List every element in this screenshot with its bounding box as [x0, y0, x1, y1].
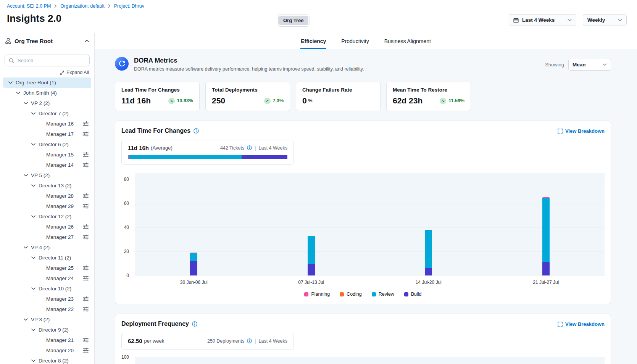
tree-row[interactable]: VP 5 (2) — [3, 170, 91, 180]
bar-group[interactable] — [308, 179, 315, 275]
sliders-icon[interactable] — [83, 132, 89, 137]
lead-time-view-breakdown-link[interactable]: View Breakdown — [558, 128, 605, 134]
chevron-down-icon[interactable] — [31, 287, 36, 290]
chevron-down-icon[interactable] — [31, 184, 36, 187]
bar-group[interactable] — [542, 179, 550, 275]
tree-row[interactable]: Director 13 (2) — [3, 180, 91, 191]
tree-row[interactable]: Director 9 (2) — [3, 325, 91, 335]
chevron-down-icon[interactable] — [31, 359, 36, 362]
chevron-down-icon[interactable] — [31, 329, 36, 331]
sliders-icon[interactable] — [83, 204, 89, 209]
tree-row[interactable]: Manager 29 — [3, 201, 91, 211]
sliders-icon[interactable] — [83, 152, 89, 157]
y-tick-label: 80 — [124, 177, 129, 182]
chevron-down-icon[interactable] — [31, 112, 36, 115]
bar-group[interactable] — [190, 179, 197, 275]
tree-row[interactable]: Manager 16 — [3, 119, 91, 129]
sliders-icon[interactable] — [83, 296, 89, 301]
sliders-icon[interactable] — [83, 276, 89, 281]
tree-row[interactable]: Manager 25 — [3, 263, 91, 273]
chevron-up-icon[interactable] — [85, 40, 89, 42]
tab-business-alignment[interactable]: Business Alignment — [384, 33, 431, 49]
sliders-icon[interactable] — [83, 338, 89, 343]
bar-segment-build[interactable] — [425, 268, 432, 275]
tree-row[interactable]: Director 10 (2) — [3, 283, 91, 294]
sidebar-header[interactable]: Org Tree Root — [0, 33, 94, 49]
chevron-down-icon[interactable] — [24, 102, 29, 105]
expand-all-button[interactable]: Expand All — [5, 70, 89, 75]
legend-item-review[interactable]: Review — [372, 292, 394, 297]
tree-row[interactable]: Director 11 (2) — [3, 253, 91, 263]
tree-row[interactable]: Manager 26 — [3, 222, 91, 232]
tab-productivity[interactable]: Productivity — [341, 33, 369, 49]
tab-efficiency[interactable]: Efficiency — [300, 33, 326, 49]
legend-item-planning[interactable]: Planning — [304, 292, 330, 297]
info-icon[interactable] — [194, 128, 199, 134]
tree-row[interactable]: John Smith (4) — [3, 88, 91, 98]
breadcrumb-account-link[interactable]: Account: SEI 2.0 PM — [7, 3, 51, 9]
metric-card-mean-time-to-restore[interactable]: Mean Time To Restore 62d 23h ↘ 11.59% — [386, 82, 471, 111]
tree-row[interactable]: Manager 24 — [3, 273, 91, 283]
tree-row[interactable]: Manager 23 — [3, 294, 91, 304]
tree-row[interactable]: Org Tree Root (1) — [3, 77, 91, 88]
metric-card-change-failure-rate[interactable]: Change Failure Rate 0 % — [296, 82, 381, 111]
deployment-view-breakdown-link[interactable]: View Breakdown — [558, 321, 605, 327]
org-tree-button-label: Org Tree — [278, 16, 308, 25]
legend-item-build[interactable]: Build — [404, 292, 422, 297]
bar-segment-review[interactable] — [425, 230, 432, 267]
metric-card-total-deployments[interactable]: Total Deployments 250 ↗ 7.3% — [205, 82, 290, 111]
metric-card-lead-time[interactable]: Lead Time For Changes 11d 16h ↘ 13.93% — [115, 82, 200, 111]
tree-row[interactable]: Director 8 (2) — [3, 356, 91, 364]
tree-row[interactable]: Manager 21 — [3, 335, 91, 345]
bar-segment-build[interactable] — [190, 261, 197, 275]
org-tree-button[interactable]: Org Tree — [277, 14, 310, 27]
date-range-select[interactable]: Last 4 Weeks — [509, 14, 576, 26]
tree-row[interactable]: Director 12 (2) — [3, 211, 91, 222]
tree-row[interactable]: Manager 27 — [3, 232, 91, 242]
chevron-down-icon[interactable] — [31, 256, 36, 259]
tree-row[interactable]: Director 7 (2) — [3, 108, 91, 119]
breadcrumb-organization-link[interactable]: Organization: default — [60, 3, 104, 9]
tree-row[interactable]: VP 3 (2) — [3, 314, 91, 325]
legend-item-coding[interactable]: Coding — [340, 292, 362, 297]
tree-row[interactable]: Manager 20 — [3, 345, 91, 356]
tree-row[interactable]: Manager 28 — [3, 191, 91, 201]
showing-select[interactable]: Mean — [568, 59, 611, 71]
info-icon[interactable] — [247, 338, 252, 343]
tree-row[interactable]: Director 6 (2) — [3, 139, 91, 150]
bar-segment-build[interactable] — [308, 264, 315, 275]
chevron-down-icon[interactable] — [24, 318, 29, 321]
search-input[interactable] — [5, 55, 90, 66]
info-icon[interactable] — [192, 321, 197, 327]
sliders-icon[interactable] — [83, 163, 89, 168]
tree-row[interactable]: Manager 17 — [3, 129, 91, 139]
sliders-icon[interactable] — [83, 121, 89, 126]
info-icon[interactable] — [247, 145, 252, 150]
sliders-icon[interactable] — [83, 348, 89, 353]
bar-segment-review[interactable] — [308, 236, 315, 264]
tree-row[interactable]: VP 4 (2) — [3, 242, 91, 253]
chevron-down-icon[interactable] — [31, 143, 36, 146]
progress-segment-build — [242, 155, 287, 159]
chevron-down-icon[interactable] — [31, 215, 36, 218]
chevron-down-icon[interactable] — [24, 246, 29, 249]
tree-row[interactable]: Manager 15 — [3, 150, 91, 160]
chevron-down-icon[interactable] — [8, 81, 13, 84]
tree-node-label: Manager 27 — [46, 234, 81, 240]
breadcrumb-project-link[interactable]: Project: Dhruv — [114, 3, 144, 9]
bar-segment-review[interactable] — [542, 198, 550, 262]
sliders-icon[interactable] — [83, 224, 89, 229]
sliders-icon[interactable] — [83, 235, 89, 240]
bar-segment-build[interactable] — [542, 262, 550, 275]
bar-segment-review[interactable] — [190, 253, 197, 261]
chevron-down-icon[interactable] — [24, 174, 29, 177]
sliders-icon[interactable] — [83, 193, 89, 198]
sliders-icon[interactable] — [83, 307, 89, 312]
sliders-icon[interactable] — [83, 266, 89, 271]
bar-group[interactable] — [425, 179, 432, 275]
tree-row[interactable]: Manager 22 — [3, 304, 91, 314]
tree-row[interactable]: Manager 14 — [3, 160, 91, 170]
chevron-down-icon[interactable] — [16, 92, 21, 94]
tree-row[interactable]: VP 2 (2) — [3, 98, 91, 108]
granularity-select[interactable]: Weekly — [583, 14, 627, 26]
